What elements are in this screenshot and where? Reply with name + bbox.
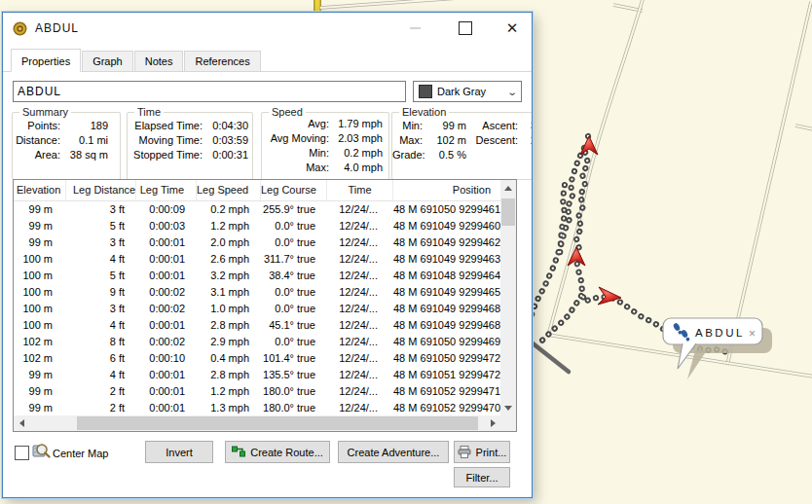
stat-value: 1.79 mph <box>332 117 383 131</box>
filter-button[interactable]: Filter... <box>454 467 510 487</box>
table-cell: 48 M 691052 9299470 <box>393 400 500 416</box>
column-header-leg-speed[interactable]: Leg Speed <box>197 180 261 200</box>
table-row[interactable]: 99 m3 ft0:00:090.2 mph255.9° true12/24/.… <box>14 201 500 218</box>
table-cell: 12/24/... <box>327 268 393 284</box>
scrollbar-corner <box>500 415 516 431</box>
table-cell: 48 M 691051 9299472 <box>393 367 500 383</box>
table-row[interactable]: 99 m3 ft0:00:012.0 mph0.0° true12/24/...… <box>14 234 500 251</box>
table-row[interactable]: 100 m4 ft0:00:012.8 mph45.1° true12/24/.… <box>14 317 500 334</box>
tab-properties[interactable]: Properties <box>11 49 81 72</box>
invert-button[interactable]: Invert <box>145 441 213 463</box>
table-row[interactable]: 100 m4 ft0:00:012.6 mph311.7° true12/24/… <box>14 251 500 268</box>
table-cell: 5 ft <box>66 218 136 234</box>
stat-value: 2 <box>521 133 533 148</box>
horizontal-scroll-thumb[interactable] <box>77 416 478 430</box>
minimize-button[interactable] <box>405 18 424 38</box>
stat-label: Elapsed Time: <box>128 119 205 133</box>
table-cell: 2.8 mph <box>197 317 261 334</box>
table-cell: 0.0° true <box>261 301 327 317</box>
table-cell: 99 m <box>14 400 66 416</box>
stat-label: Min: <box>262 146 332 161</box>
summary-group: Summary Points:189 Distance:0.1 mi Area:… <box>12 112 121 180</box>
column-header-leg-distance[interactable]: Leg Distance <box>66 180 136 200</box>
table-row[interactable]: 100 m9 ft0:00:023.1 mph0.0° true12/24/..… <box>14 284 500 301</box>
stat-value: 0.1 mi <box>63 133 108 148</box>
scroll-up-icon[interactable] <box>500 180 516 196</box>
table-row[interactable]: 99 m5 ft0:00:031.2 mph0.0° true12/24/...… <box>14 218 500 234</box>
table-cell: 100 m <box>14 251 66 268</box>
tab-graph[interactable]: Graph <box>82 51 133 71</box>
create-adventure-button[interactable]: Create Adventure... <box>338 441 449 463</box>
track-color-select[interactable]: Dark Gray ⌄ <box>413 81 522 102</box>
stat-value: 0:00:31 <box>205 148 248 162</box>
table-row[interactable]: 100 m3 ft0:00:021.0 mph0.0° true12/24/..… <box>14 301 500 317</box>
table-cell: 3 ft <box>66 301 136 317</box>
stat-label: Stopped Time: <box>128 148 205 162</box>
track-name-input[interactable] <box>13 81 406 102</box>
chevron-down-icon: ⌄ <box>506 87 518 97</box>
table-cell: 48 M 691049 9299468 <box>393 317 500 334</box>
table-row[interactable]: 100 m5 ft0:00:013.2 mph38.4° true12/24/.… <box>14 268 500 284</box>
track-properties-dialog: ABDUL ✕ Properties Graph Notes Reference… <box>2 12 533 498</box>
elevation-group: Elevation Min:99 mAscent:3 Max:102 mDesc… <box>391 112 533 180</box>
stat-label: Descent: <box>466 133 521 148</box>
button-label: Print... <box>476 447 507 458</box>
table-row[interactable]: 99 m2 ft0:00:011.3 mph180.0° true12/24/.… <box>14 400 500 416</box>
horizontal-scrollbar[interactable] <box>14 415 500 431</box>
color-value: Dark Gray <box>437 86 503 97</box>
table-cell: 0:00:01 <box>136 234 197 251</box>
table-cell: 0:00:03 <box>136 218 197 234</box>
column-header-leg-time[interactable]: Leg Time <box>136 180 197 200</box>
table-cell: 0.0° true <box>261 284 327 301</box>
column-header-leg-course[interactable]: Leg Course <box>261 180 327 200</box>
scroll-right-icon[interactable] <box>485 415 500 431</box>
table-cell: 311.7° true <box>261 251 327 268</box>
table-row[interactable]: 102 m6 ft0:00:100.4 mph101.4° true12/24/… <box>14 350 500 367</box>
stat-value <box>521 148 533 162</box>
callout-close-icon[interactable]: × <box>749 327 756 341</box>
maximize-button[interactable] <box>456 18 475 38</box>
table-cell: 48 M 691050 9299472 <box>393 350 500 367</box>
table-cell: 102 m <box>14 334 66 350</box>
table-cell: 1.2 mph <box>197 383 261 400</box>
button-label: Create Route... <box>250 447 323 458</box>
close-button[interactable]: ✕ <box>502 18 522 38</box>
table-cell: 12/24/... <box>327 234 393 251</box>
scroll-down-icon[interactable] <box>500 400 516 415</box>
vertical-scrollbar[interactable] <box>500 180 516 415</box>
table-cell: 102 m <box>14 350 66 367</box>
table-cell: 0:00:02 <box>136 334 197 350</box>
table-cell: 38.4° true <box>261 268 327 284</box>
scroll-left-icon[interactable] <box>14 415 29 431</box>
column-header-time[interactable]: Time <box>327 180 393 200</box>
vertical-scroll-thumb[interactable] <box>501 198 515 226</box>
table-cell: 0:00:10 <box>136 350 197 367</box>
table-cell: 12/24/... <box>327 367 393 383</box>
table-cell: 48 M 691048 9299464 <box>393 268 500 284</box>
table-cell: 8 ft <box>66 334 136 350</box>
table-cell: 0:00:01 <box>136 367 197 383</box>
table-cell: 99 m <box>14 367 66 383</box>
table-cell: 0.2 mph <box>197 201 261 218</box>
stat-label: Min: <box>392 119 425 133</box>
create-route-button[interactable]: Create Route... <box>225 441 330 463</box>
table-cell: 12/24/... <box>327 400 393 416</box>
print-button[interactable]: Print... <box>454 441 510 463</box>
tab-references[interactable]: References <box>184 51 260 71</box>
table-cell: 12/24/... <box>327 317 393 334</box>
table-row[interactable]: 99 m2 ft0:00:011.2 mph180.0° true12/24/.… <box>14 383 500 400</box>
printer-icon <box>458 446 471 458</box>
tab-notes[interactable]: Notes <box>134 51 184 71</box>
maximize-icon <box>459 21 472 35</box>
stat-value: 99 m <box>425 119 466 133</box>
column-header-position[interactable]: Position <box>393 180 500 200</box>
center-map-checkbox[interactable] <box>15 446 29 460</box>
table-row[interactable]: 102 m8 ft0:00:022.9 mph0.0° true12/24/..… <box>14 334 500 350</box>
table-cell: 0.0° true <box>261 334 327 350</box>
time-group: Time Elapsed Time:0:04:30 Moving Time:0:… <box>127 112 253 180</box>
column-header-elevation[interactable]: Elevation <box>14 180 66 200</box>
table-cell: 0:00:01 <box>136 383 197 400</box>
table-row[interactable]: 99 m4 ft0:00:012.8 mph135.5° true12/24/.… <box>14 367 500 383</box>
title-bar[interactable]: ABDUL ✕ <box>3 13 532 44</box>
table-cell: 48 M 691050 9299461 <box>393 201 500 218</box>
